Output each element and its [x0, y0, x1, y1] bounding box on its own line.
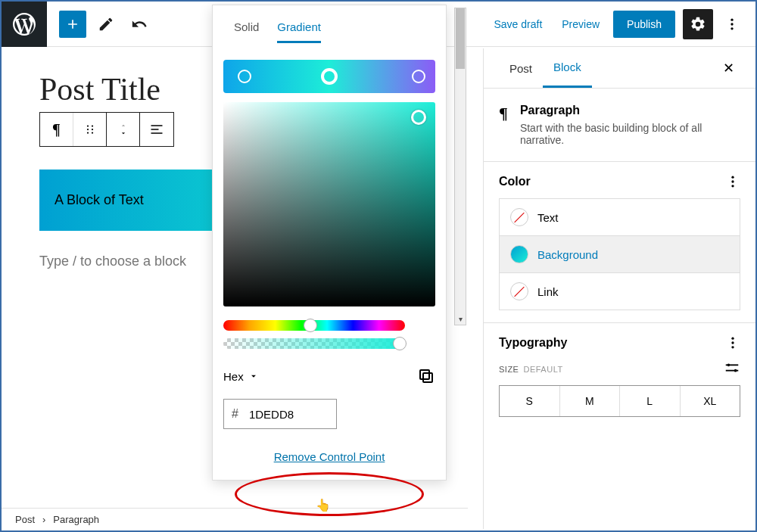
svg-point-11: [731, 176, 734, 179]
hue-slider[interactable]: [223, 320, 405, 331]
svg-point-16: [731, 346, 734, 348]
sidebar-tabs: Post Block ✕: [484, 48, 755, 89]
saturation-thumb[interactable]: [411, 110, 426, 125]
svg-point-15: [731, 341, 734, 344]
add-block-button[interactable]: [59, 11, 86, 38]
swatch-none-icon: [510, 282, 528, 300]
block-name: Paragraph: [520, 104, 740, 117]
svg-point-13: [731, 185, 734, 187]
alpha-slider[interactable]: [223, 338, 405, 349]
drag-handle-icon[interactable]: [73, 113, 107, 146]
breadcrumb: Post › Paragraph: [2, 508, 468, 530]
typography-panel: Typography SIZEDEFAULT S M L XL: [484, 322, 755, 429]
copy-color-icon[interactable]: [417, 367, 435, 385]
panel-more-icon[interactable]: [725, 335, 740, 350]
gradient-stop-2[interactable]: [412, 70, 425, 83]
tab-block[interactable]: Block: [543, 48, 592, 88]
breadcrumb-separator: ›: [42, 514, 45, 525]
breadcrumb-current[interactable]: Paragraph: [53, 514, 99, 525]
saturation-panel[interactable]: [223, 102, 435, 306]
panel-more-icon[interactable]: [725, 174, 740, 189]
remove-control-point-link[interactable]: Remove Control Point: [223, 450, 435, 469]
settings-sidebar: Post Block ✕ ¶ Paragraph Start with the …: [483, 48, 755, 529]
color-item-link[interactable]: Link: [500, 272, 740, 310]
tab-gradient[interactable]: Gradient: [277, 20, 321, 43]
svg-point-2: [731, 27, 733, 30]
gradient-stop-1[interactable]: [321, 68, 338, 85]
size-label: SIZEDEFAULT: [499, 365, 563, 374]
publish-button[interactable]: Publish: [613, 11, 675, 38]
svg-point-8: [91, 132, 92, 133]
svg-rect-20: [726, 370, 739, 372]
size-l[interactable]: L: [619, 386, 680, 416]
tab-post[interactable]: Post: [499, 50, 543, 87]
svg-point-4: [86, 129, 88, 130]
svg-point-0: [731, 18, 733, 20]
more-options-button[interactable]: [721, 9, 743, 39]
alpha-thumb[interactable]: [393, 337, 407, 350]
custom-size-icon[interactable]: [724, 359, 740, 379]
typography-panel-title: Typography: [499, 336, 567, 350]
svg-point-7: [91, 129, 92, 130]
tab-solid[interactable]: Solid: [234, 20, 259, 43]
format-label: Hex: [223, 370, 244, 383]
svg-rect-18: [726, 364, 739, 366]
breadcrumb-root[interactable]: Post: [15, 514, 35, 525]
settings-button[interactable]: [683, 9, 713, 39]
paragraph-block-icon[interactable]: ¶: [40, 113, 73, 146]
size-options: S M L XL: [499, 385, 740, 417]
edit-mode-icon[interactable]: [92, 11, 120, 38]
save-draft-button[interactable]: Save draft: [488, 12, 548, 36]
gradient-stop-0[interactable]: [238, 70, 251, 83]
block-desc-text: Start with the basic building block of a…: [520, 122, 740, 146]
color-picker-popover: Solid Gradient Hex # Remove Control Poin…: [212, 5, 447, 481]
hex-input[interactable]: [246, 400, 322, 428]
color-item-label: Text: [537, 211, 559, 224]
hue-thumb[interactable]: [304, 319, 317, 332]
svg-rect-9: [423, 373, 432, 382]
preview-button[interactable]: Preview: [556, 12, 606, 36]
scrollbar-thumb[interactable]: [456, 8, 465, 69]
swatch-none-icon: [510, 208, 528, 226]
svg-point-14: [731, 338, 734, 340]
svg-point-1: [731, 23, 733, 25]
color-item-text[interactable]: Text: [500, 199, 740, 235]
svg-rect-10: [420, 370, 429, 379]
wordpress-logo[interactable]: [2, 2, 47, 47]
color-item-background[interactable]: Background: [500, 235, 740, 272]
hex-prefix: #: [224, 400, 246, 428]
color-item-label: Background: [537, 248, 598, 261]
svg-point-3: [86, 125, 88, 126]
color-panel: Color Text Background Link: [484, 161, 755, 322]
close-sidebar-icon[interactable]: ✕: [717, 54, 740, 82]
color-list: Text Background Link: [499, 198, 740, 310]
hex-input-wrapper: #: [223, 399, 337, 429]
undo-icon[interactable]: [126, 11, 153, 38]
gradient-bar[interactable]: [223, 60, 435, 93]
svg-point-12: [731, 180, 734, 182]
scroll-down-arrow[interactable]: ▾: [455, 313, 466, 325]
color-item-label: Link: [537, 285, 559, 298]
popover-scrollbar[interactable]: ▾: [454, 8, 466, 325]
color-panel-title: Color: [499, 175, 531, 188]
block-description: ¶ Paragraph Start with the basic buildin…: [484, 89, 755, 161]
color-format-select[interactable]: Hex: [223, 370, 259, 383]
paragraph-icon: ¶: [499, 104, 508, 146]
svg-point-5: [86, 132, 88, 133]
svg-point-6: [91, 125, 92, 126]
size-xl[interactable]: XL: [680, 386, 740, 416]
swatch-gradient-icon: [510, 245, 528, 263]
block-toolbar: ¶: [39, 112, 174, 147]
align-icon[interactable]: [140, 113, 173, 146]
size-s[interactable]: S: [500, 386, 559, 416]
chevron-down-icon: [248, 371, 259, 381]
size-m[interactable]: M: [559, 386, 620, 416]
move-arrows[interactable]: [107, 113, 140, 146]
picker-tabs: Solid Gradient: [223, 16, 435, 54]
